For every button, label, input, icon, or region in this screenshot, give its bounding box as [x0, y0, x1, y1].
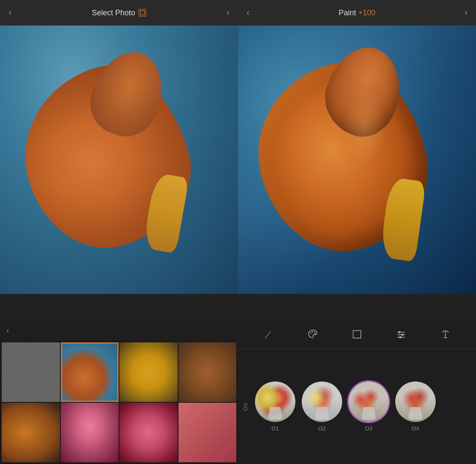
thumb-orange2-img — [2, 403, 60, 462]
thumbnail-item-selected[interactable] — [61, 342, 119, 402]
svg-point-2 — [312, 331, 313, 332]
thumbnail-item[interactable] — [178, 342, 237, 402]
right-tools-area: Oil O1 O2 — [238, 319, 476, 464]
svg-point-1 — [310, 332, 312, 333]
svg-point-9 — [402, 333, 404, 336]
right-next-button[interactable]: › — [465, 7, 468, 18]
left-thumbnails: ‹ — [0, 319, 238, 464]
svg-point-11 — [400, 336, 402, 338]
right-bottom-bar — [238, 294, 476, 319]
thumbnail-item[interactable] — [178, 403, 237, 462]
filter-o1-thumb — [255, 381, 295, 422]
thumbnail-item[interactable] — [2, 403, 60, 462]
left-next-button[interactable]: › — [227, 7, 230, 18]
right-panel: ‹ Paint +100 › — [238, 0, 476, 464]
svg-point-4 — [315, 333, 316, 334]
left-prev-button[interactable]: ‹ — [8, 7, 11, 18]
vase-shape — [408, 407, 423, 420]
filter-o3[interactable]: O3 — [348, 381, 389, 432]
filter-o2[interactable]: O2 — [302, 381, 342, 432]
crop-icon — [139, 9, 146, 17]
left-image-area — [0, 26, 238, 294]
select-photo-label: Select Photo — [92, 9, 135, 17]
paint-highlight — [344, 89, 387, 166]
vase-shape — [268, 407, 283, 420]
thumbnail-item[interactable] — [119, 342, 178, 402]
adjust-tool-button[interactable] — [391, 324, 412, 345]
svg-point-3 — [314, 331, 315, 333]
oil-label: Oil — [242, 403, 249, 411]
vase-shape — [314, 407, 329, 420]
thumb-roses-img — [119, 403, 178, 462]
thumbnail-header: ‹ — [0, 319, 238, 341]
crop-tool-button[interactable] — [346, 324, 368, 345]
right-image-area — [238, 26, 476, 294]
filter-o2-thumb — [302, 381, 342, 422]
right-header-title: Paint +100 — [339, 9, 376, 17]
svg-rect-5 — [353, 330, 361, 338]
filter-o2-label: O2 — [318, 425, 326, 432]
svg-rect-0 — [140, 11, 144, 15]
thumb-brown-leaves-img — [178, 342, 237, 402]
thumbnail-back-button[interactable]: ‹ — [6, 325, 9, 335]
filter-o4-label: O4 — [412, 425, 419, 432]
vase-shape — [361, 407, 376, 420]
paint-label: Paint +100 — [339, 9, 376, 17]
filter-o1-label: O1 — [272, 425, 279, 432]
thumbnail-item[interactable] — [61, 403, 119, 462]
thumbnail-grid — [0, 341, 238, 464]
palette-tool-button[interactable] — [302, 324, 323, 345]
left-header: ‹ Select Photo › — [0, 0, 238, 26]
flower-petals — [0, 26, 238, 294]
text-tool-button[interactable] — [435, 324, 456, 345]
thumb-yellow-leaf-img — [119, 342, 178, 402]
left-bottom-bar — [0, 294, 238, 319]
right-prev-button[interactable]: ‹ — [246, 7, 249, 18]
tools-bar — [238, 319, 476, 349]
thumb-pink-img — [61, 403, 119, 462]
thumb-extra-img — [178, 403, 237, 462]
thumbnail-item[interactable] — [119, 403, 178, 462]
right-header: ‹ Paint +100 › — [238, 0, 476, 26]
filter-scroll[interactable]: O1 O2 O3 — [253, 377, 472, 436]
svg-point-7 — [399, 331, 401, 333]
filter-o1[interactable]: O1 — [255, 381, 295, 432]
filter-o4-thumb — [395, 381, 436, 422]
left-header-title: Select Photo — [92, 9, 146, 17]
filter-o4[interactable]: O4 — [395, 381, 436, 432]
thumb-sticks-img — [2, 342, 60, 402]
filter-o3-thumb — [348, 381, 389, 422]
paint-value: +100 — [358, 9, 376, 17]
left-panel: ‹ Select Photo › ‹ — [0, 0, 238, 464]
filter-area: Oil O1 O2 — [238, 349, 476, 464]
thumbnail-item[interactable] — [2, 342, 60, 402]
filter-o3-label: O3 — [365, 425, 372, 432]
thumb-flower-img — [61, 342, 119, 402]
brush-tool-button[interactable] — [258, 324, 279, 345]
